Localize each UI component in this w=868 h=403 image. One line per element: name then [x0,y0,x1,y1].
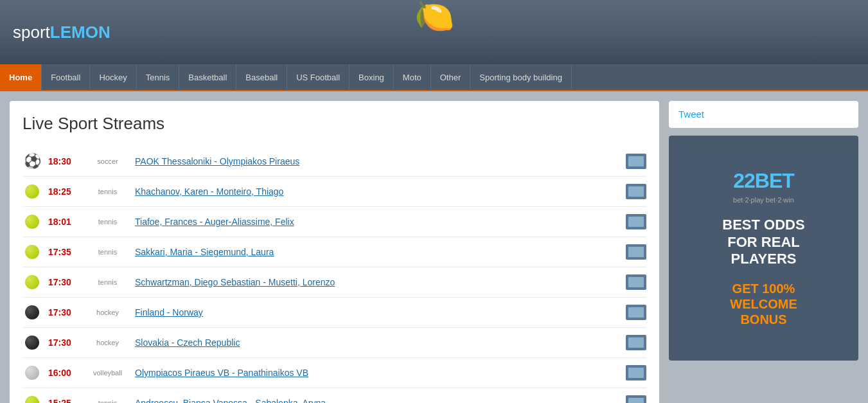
content-area: Live Sport Streams ⚽18:30soccerPAOK Thes… [10,101,659,403]
stream-tv-icon[interactable] [626,154,646,169]
tweet-link[interactable]: Tweet [678,109,704,120]
stream-sport-label: tennis [87,399,128,403]
stream-match-link[interactable]: Schwartzman, Diego Sebastian - Musetti, … [135,277,619,287]
stream-match-link[interactable]: Sakkari, Maria - Siegemund, Laura [135,247,619,257]
stream-tv-icon[interactable] [626,335,646,350]
stream-row: 16:00volleyballOlympiacos Piraeus VB - P… [22,358,646,388]
stream-row: ⚽18:30soccerPAOK Thessaloniki - Olympiak… [22,147,646,177]
stream-sport-label: tennis [87,188,128,195]
soccer-icon: ⚽ [22,152,42,171]
stream-tv-icon[interactable] [626,244,646,260]
stream-row: 17:30hockeyFinland - Norway [22,298,646,328]
logo-lemon: LEMON [50,22,111,42]
stream-sport-label: hockey [87,339,128,346]
ad-banner[interactable]: 22BET bet·2·play bet·2·win BEST ODDS FOR… [669,136,858,361]
stream-tv-icon[interactable] [626,365,646,381]
stream-time: 15:25 [48,398,80,403]
ad-logo-text: BET [755,169,794,192]
volleyball-icon [22,363,42,382]
lemon-decoration: 🍋 [414,0,454,32]
stream-sport-label: tennis [87,218,128,226]
stream-row: 17:30hockeySlovakia - Czech Republic [22,328,646,358]
tennis-icon [22,273,42,292]
nav-item-moto[interactable]: Moto [394,64,431,91]
stream-time: 17:30 [48,307,80,318]
stream-row: 18:01tennisTiafoe, Frances - Auger-Alias… [22,207,646,237]
tennis-icon [22,393,42,403]
stream-row: 17:35tennisSakkari, Maria - Siegemund, L… [22,237,646,267]
tennis-icon [22,182,42,201]
nav-item-basketball[interactable]: Basketball [179,64,236,91]
stream-match-link[interactable]: Finland - Norway [135,307,619,318]
stream-tv-icon[interactable] [626,274,646,290]
main-nav: HomeFootballHockeyTennisBasketballBaseba… [0,64,868,91]
stream-tv-icon[interactable] [626,305,646,320]
nav-item-hockey[interactable]: Hockey [90,64,136,91]
stream-match-link[interactable]: PAOK Thessaloniki - Olympiakos Piraeus [135,156,619,166]
nav-item-tennis[interactable]: Tennis [137,64,180,91]
stream-time: 18:30 [48,156,80,166]
sidebar: Tweet 22BET bet·2·play bet·2·win BEST OD… [669,101,858,361]
ad-logo: 22BET [733,169,794,193]
tweet-box: Tweet [669,101,858,128]
streams-list: ⚽18:30soccerPAOK Thessaloniki - Olympiak… [22,147,646,403]
stream-match-link[interactable]: Andreescu, Bianca Vanessa - Sabalenka, A… [135,398,619,403]
stream-sport-label: tennis [87,278,128,286]
tennis-icon [22,212,42,231]
stream-row: 17:30tennisSchwartzman, Diego Sebastian … [22,267,646,298]
nav-item-football[interactable]: Football [42,64,90,91]
stream-time: 17:30 [48,277,80,287]
stream-time: 17:30 [48,337,80,348]
hockey-icon [22,333,42,352]
ad-headline: BEST ODDS FOR REAL PLAYERS [722,217,804,267]
stream-tv-icon[interactable] [626,395,646,403]
nav-item-other[interactable]: Other [431,64,471,91]
stream-row: 15:25tennisAndreescu, Bianca Vanessa - S… [22,388,646,403]
stream-time: 16:00 [48,368,80,378]
stream-time: 18:25 [48,186,80,197]
stream-match-link[interactable]: Olympiacos Piraeus VB - Panathinaikos VB [135,368,619,378]
ad-bonus: GET 100% WELCOME BONUS [730,281,797,327]
ad-logo-num: 22 [733,169,755,192]
logo-sport: sport [13,22,50,42]
header: sportLEMON 🍋 [0,0,868,64]
ad-tagline: bet·2·play bet·2·win [733,196,794,204]
site-logo[interactable]: sportLEMON [13,22,111,42]
stream-tv-icon[interactable] [626,214,646,229]
stream-sport-label: soccer [87,157,128,165]
tennis-icon [22,242,42,262]
main-layout: Live Sport Streams ⚽18:30soccerPAOK Thes… [0,91,868,403]
stream-time: 18:01 [48,217,80,227]
nav-item-sporting-body-building[interactable]: Sporting body building [470,64,572,91]
stream-sport-label: tennis [87,248,128,256]
stream-row: 18:25tennisKhachanov, Karen - Monteiro, … [22,177,646,207]
stream-tv-icon[interactable] [626,184,646,199]
nav-item-home[interactable]: Home [0,64,42,91]
stream-match-link[interactable]: Slovakia - Czech Republic [135,337,619,348]
stream-time: 17:35 [48,247,80,257]
stream-sport-label: hockey [87,309,128,316]
hockey-icon [22,303,42,322]
stream-match-link[interactable]: Khachanov, Karen - Monteiro, Thiago [135,186,619,197]
nav-item-baseball[interactable]: Baseball [236,64,287,91]
stream-match-link[interactable]: Tiafoe, Frances - Auger-Aliassime, Felix [135,217,619,227]
nav-item-us-football[interactable]: US Football [287,64,350,91]
nav-item-boxing[interactable]: Boxing [350,64,394,91]
page-title: Live Sport Streams [22,114,646,134]
stream-sport-label: volleyball [87,369,128,377]
